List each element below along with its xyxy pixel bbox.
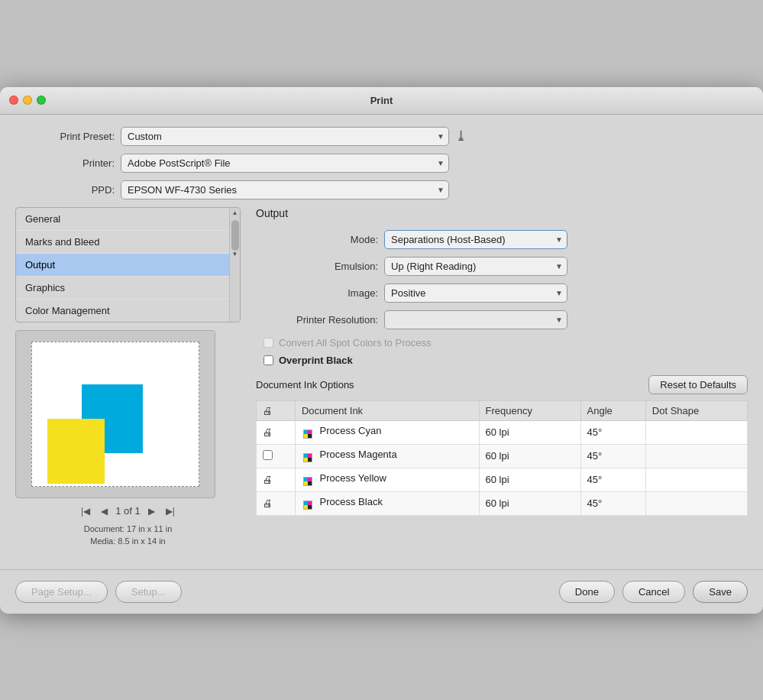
ppd-select-wrap: EPSON WF-4730 Series ▼	[121, 180, 449, 199]
sidebar-item-output[interactable]: Output	[16, 254, 229, 277]
printer-select[interactable]: Adobe PostScript® File	[121, 154, 449, 173]
ink-frequency-yellow: 60 lpi	[479, 468, 580, 491]
print-preset-select[interactable]: Custom	[121, 127, 449, 146]
ink-name-black: Process Black	[295, 491, 479, 515]
printer-icon: 🖨	[263, 497, 273, 509]
table-header-print: 🖨	[257, 400, 296, 420]
ppd-select[interactable]: EPSON WF-4730 Series	[121, 180, 449, 199]
page-setup-button[interactable]: Page Setup...	[15, 581, 108, 603]
sidebar-item-marks-and-bleed[interactable]: Marks and Bleed	[16, 231, 229, 254]
next-page-button[interactable]: ▶	[145, 504, 158, 518]
print-preset-select-wrap: Custom ▼	[121, 127, 449, 146]
table-header-angle: Angle	[580, 400, 645, 420]
printer-res-label: Printer Resolution:	[256, 314, 378, 326]
save-preset-icon[interactable]: ⤓	[455, 128, 467, 144]
image-select[interactable]: Positive Negative	[384, 284, 567, 303]
printer-icon: 🖨	[263, 405, 273, 416]
ink-dotshape-black	[645, 491, 747, 515]
sidebar-scrollbar[interactable]: ▲ ▼	[229, 208, 240, 322]
image-row: Image: Positive Negative ▼	[256, 284, 748, 303]
printer-res-select[interactable]	[384, 310, 567, 329]
preview-inner	[31, 342, 199, 487]
dialog-content: Print Preset: Custom ▼ ⤓ Printer: Adobe …	[0, 115, 763, 560]
page-nav: |◀ ◀ 1 of 1 ▶ ▶|	[15, 504, 241, 518]
print-checkbox-cell-black[interactable]: 🖨	[257, 491, 296, 515]
image-select-wrap: Positive Negative ▼	[384, 284, 567, 303]
printer-icon: 🖨	[263, 426, 273, 438]
convert-spots-row: Convert All Spot Colors to Process	[263, 337, 748, 348]
printer-row: Printer: Adobe PostScript® File ▼	[15, 154, 748, 173]
emulsion-select[interactable]: Up (Right Reading) Down (Wrong Reading)	[384, 257, 567, 276]
ink-name-cyan: Process Cyan	[295, 420, 479, 444]
ink-table: 🖨 Document Ink Frequency Angle Dot Shape	[256, 400, 748, 516]
bottom-bar: Page Setup... Setup... Done Cancel Save	[0, 569, 763, 614]
ink-angle-magenta: 45°	[580, 444, 645, 468]
mode-row: Mode: Separations (Host-Based) Composite…	[256, 230, 748, 249]
ink-frequency-magenta: 60 lpi	[479, 444, 580, 468]
window-controls	[9, 96, 46, 105]
overprint-black-row: Overprint Black	[263, 355, 748, 366]
last-page-button[interactable]: ▶|	[163, 504, 178, 518]
printer-icon: 🖨	[263, 474, 273, 485]
sidebar-item-graphics[interactable]: Graphics	[16, 277, 229, 300]
first-page-button[interactable]: |◀	[78, 504, 93, 518]
maximize-button[interactable]	[37, 96, 46, 105]
doc-info: Document: 17 in x 11 in Media: 8.5 in x …	[15, 523, 241, 548]
ppd-row: PPD: EPSON WF-4730 Series ▼	[15, 180, 748, 199]
overprint-black-checkbox[interactable]	[263, 355, 273, 365]
sidebar-list: General Marks and Bleed Output Graphics …	[15, 207, 241, 322]
prev-page-button[interactable]: ◀	[98, 504, 111, 518]
window-title: Print	[370, 95, 393, 106]
document-size-label: Document: 17 in x 11 in	[15, 523, 241, 536]
print-checkbox-cell-yellow[interactable]: 🖨	[257, 468, 296, 491]
table-header-frequency: Frequency	[479, 400, 580, 420]
print-checkbox-cell-cyan[interactable]: 🖨	[257, 420, 296, 444]
ink-angle-black: 45°	[580, 491, 645, 515]
mode-label: Mode:	[256, 234, 378, 245]
output-section-title: Output	[256, 207, 748, 219]
ink-name-yellow: Process Yellow	[295, 468, 479, 491]
scroll-down-icon[interactable]: ▼	[231, 251, 239, 258]
printer-res-row: Printer Resolution: ▼	[256, 310, 748, 329]
print-checkbox-cell-magenta[interactable]	[257, 444, 296, 468]
doc-ink-header: Document Ink Options Reset to Defaults	[256, 375, 748, 394]
mode-select[interactable]: Separations (Host-Based) Composite CMYK …	[384, 230, 567, 249]
sidebar-item-general[interactable]: General	[16, 208, 229, 231]
ink-angle-cyan: 45°	[580, 420, 645, 444]
sidebar-item-color-management[interactable]: Color Management	[16, 300, 229, 322]
mode-select-wrap: Separations (Host-Based) Composite CMYK …	[384, 230, 567, 249]
ink-angle-yellow: 45°	[580, 468, 645, 491]
print-preset-row: Print Preset: Custom ▼ ⤓	[15, 127, 748, 146]
bottom-right-buttons: Done Cancel Save	[559, 581, 748, 603]
emulsion-label: Emulsion:	[256, 261, 378, 272]
close-button[interactable]	[9, 96, 18, 105]
printer-label: Printer:	[15, 157, 115, 169]
ink-color-icon-magenta	[302, 452, 314, 464]
table-row: 🖨 Process Cyan	[257, 420, 748, 444]
ink-dotshape-yellow	[645, 468, 747, 491]
convert-spots-checkbox[interactable]	[263, 338, 273, 348]
bottom-left-buttons: Page Setup... Setup...	[15, 581, 182, 603]
ink-color-icon-yellow	[302, 475, 314, 488]
printer-select-wrap: Adobe PostScript® File ▼	[121, 154, 449, 173]
ink-name-magenta: Process Magenta	[295, 444, 479, 468]
reset-to-defaults-button[interactable]: Reset to Defaults	[648, 375, 748, 394]
ink-dotshape-magenta	[645, 444, 747, 468]
minimize-button[interactable]	[23, 96, 32, 105]
preview-yellow-block	[47, 419, 105, 484]
media-size-label: Media: 8.5 in x 14 in	[15, 535, 241, 548]
save-button[interactable]: Save	[693, 581, 748, 603]
scroll-up-icon[interactable]: ▲	[231, 209, 239, 217]
print-checkbox-magenta[interactable]	[263, 450, 273, 460]
printer-res-select-wrap: ▼	[384, 310, 567, 329]
sidebar: General Marks and Bleed Output Graphics …	[15, 207, 241, 548]
cancel-button[interactable]: Cancel	[622, 581, 685, 603]
ink-color-icon-cyan	[302, 428, 314, 440]
done-button[interactable]: Done	[559, 581, 615, 603]
scroll-thumb[interactable]	[231, 220, 239, 251]
main-area: General Marks and Bleed Output Graphics …	[15, 207, 748, 548]
preview-box	[15, 330, 215, 498]
setup-button[interactable]: Setup...	[115, 581, 182, 603]
ink-frequency-black: 60 lpi	[479, 491, 580, 515]
table-header-dot-shape: Dot Shape	[645, 400, 747, 420]
